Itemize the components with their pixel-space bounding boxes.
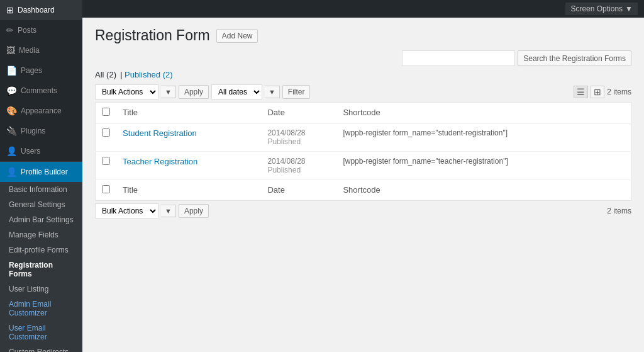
row1-shortcode-cell: [wppb-register form_name="student-regist… bbox=[336, 123, 631, 152]
comments-icon: 💬 bbox=[6, 86, 17, 96]
sidebar-item-appearance[interactable]: 🎨 Appearance bbox=[0, 101, 82, 121]
search-input[interactable] bbox=[402, 50, 515, 66]
sidebar-submenu-manage-fields[interactable]: Manage Fields bbox=[0, 227, 82, 242]
sidebar-submenu-custom-redirects[interactable]: Custom Redirects bbox=[0, 344, 82, 352]
th-shortcode: Shortcode bbox=[336, 103, 631, 123]
row1-status: Published bbox=[267, 137, 301, 146]
screen-options-arrow-icon: ▼ bbox=[625, 4, 633, 13]
toolbar-bottom: Bulk Actions ▼ Apply 2 items bbox=[95, 203, 631, 219]
row2-date-cell: 2014/08/28 Published bbox=[261, 152, 336, 180]
sidebar-submenu: Basic Information General Settings Admin… bbox=[0, 182, 82, 352]
th-title: Title bbox=[116, 103, 261, 123]
sidebar-item-label: Dashboard bbox=[18, 6, 55, 14]
screen-options-label: Screen Options bbox=[570, 4, 623, 13]
pages-icon: 📄 bbox=[6, 65, 17, 76]
sidebar-item-label: Pages bbox=[21, 66, 42, 75]
screen-options-button[interactable]: Screen Options ▼ bbox=[565, 3, 638, 15]
tfoot-title: Title bbox=[116, 180, 261, 201]
select-all-checkbox-top[interactable] bbox=[102, 108, 110, 116]
search-row: Search the Registration Forms bbox=[95, 50, 631, 66]
row2-checkbox[interactable] bbox=[102, 157, 110, 165]
sidebar-submenu-user-email-customizer[interactable]: User Email Customizer bbox=[0, 321, 82, 344]
sidebar-item-label: Media bbox=[19, 46, 40, 55]
bulk-actions-select-bottom[interactable]: Bulk Actions bbox=[95, 203, 158, 219]
row2-date: 2014/08/28 bbox=[267, 157, 305, 166]
main-content: Screen Options ▼ Registration Form Add N… bbox=[82, 0, 644, 352]
profile-builder-label: Profile Builder bbox=[21, 167, 68, 176]
th-checkbox bbox=[96, 103, 117, 123]
page-title: Registration Form bbox=[95, 27, 210, 44]
search-button[interactable]: Search the Registration Forms bbox=[518, 50, 631, 66]
toolbar-top: Bulk Actions ▼ Apply All dates ▼ Filter … bbox=[95, 84, 631, 99]
row1-date-cell: 2014/08/28 Published bbox=[261, 123, 336, 152]
sidebar-submenu-user-listing[interactable]: User Listing bbox=[0, 281, 82, 297]
topbar: Screen Options ▼ bbox=[82, 0, 644, 18]
apply-button-top[interactable]: Apply bbox=[179, 85, 209, 99]
bulk-actions-dropdown-bottom[interactable]: ▼ bbox=[161, 205, 176, 217]
row2-shortcode-cell: [wppb-register form_name="teacher-regist… bbox=[336, 152, 631, 180]
sidebar-item-dashboard[interactable]: ⊞ Dashboard bbox=[0, 0, 82, 20]
row2-title-cell: Teacher Registration bbox=[116, 152, 261, 180]
filter-button[interactable]: Filter bbox=[282, 85, 311, 99]
table-row: Student Registration 2014/08/28 Publishe… bbox=[96, 123, 631, 152]
tfoot-checkbox bbox=[96, 180, 117, 201]
page-title-row: Registration Form Add New bbox=[95, 27, 631, 44]
sidebar-submenu-edit-profile-forms[interactable]: Edit-profile Forms bbox=[0, 242, 82, 258]
sidebar-submenu-basic-information[interactable]: Basic Information bbox=[0, 182, 82, 197]
sidebar-item-media[interactable]: 🖼 Media bbox=[0, 40, 82, 60]
sidebar-submenu-general-settings[interactable]: General Settings bbox=[0, 197, 82, 212]
row1-shortcode: [wppb-register form_name="student-regist… bbox=[343, 128, 508, 137]
sidebar-item-plugins[interactable]: 🔌 Plugins bbox=[0, 121, 82, 141]
row1-title-cell: Student Registration bbox=[116, 123, 261, 152]
media-icon: 🖼 bbox=[6, 45, 15, 55]
users-icon: 👤 bbox=[6, 146, 17, 156]
bulk-actions-dropdown-top[interactable]: ▼ bbox=[161, 86, 176, 98]
forms-table: Title Date Shortcode Student Registratio… bbox=[95, 102, 631, 201]
items-count-bottom: 2 items bbox=[607, 207, 631, 215]
sidebar-item-comments[interactable]: 💬 Comments bbox=[0, 81, 82, 101]
sidebar-item-profile-builder[interactable]: 👤 Profile Builder bbox=[0, 162, 82, 182]
filters-bar: All (2) | Published (2) bbox=[95, 70, 631, 79]
tfoot-shortcode: Shortcode bbox=[336, 180, 631, 201]
apply-button-bottom[interactable]: Apply bbox=[179, 204, 209, 218]
row2-shortcode: [wppb-register form_name="teacher-regist… bbox=[343, 157, 508, 166]
items-count-top: 2 items bbox=[607, 88, 631, 96]
sidebar-submenu-admin-bar-settings[interactable]: Admin Bar Settings bbox=[0, 212, 82, 227]
grid-view-button[interactable]: ⊞ bbox=[591, 86, 604, 98]
th-date: Date bbox=[261, 103, 336, 123]
row2-status: Published bbox=[267, 166, 301, 174]
toolbar-right: ☰ ⊞ 2 items bbox=[574, 86, 631, 98]
sidebar-item-label: Comments bbox=[21, 86, 57, 95]
row1-title-link[interactable]: Student Registration bbox=[123, 128, 197, 138]
profile-builder-icon: 👤 bbox=[6, 167, 17, 177]
plugins-icon: 🔌 bbox=[6, 126, 17, 136]
select-all-checkbox-bottom[interactable] bbox=[102, 185, 110, 193]
row1-checkbox[interactable] bbox=[102, 128, 110, 137]
list-view-button[interactable]: ☰ bbox=[574, 86, 588, 98]
content-area: Registration Form Add New Search the Reg… bbox=[82, 18, 644, 352]
sidebar-item-posts[interactable]: ✏ Posts bbox=[0, 20, 82, 40]
table-row: Teacher Registration 2014/08/28 Publishe… bbox=[96, 152, 631, 180]
bulk-actions-select-top[interactable]: Bulk Actions bbox=[95, 84, 158, 99]
sidebar-item-label: Posts bbox=[18, 26, 36, 35]
filter-published[interactable]: Published (2) bbox=[125, 70, 173, 79]
table-footer-row: Title Date Shortcode bbox=[96, 180, 631, 201]
sidebar-item-pages[interactable]: 📄 Pages bbox=[0, 60, 82, 81]
sidebar-submenu-registration-forms[interactable]: Registration Forms bbox=[0, 258, 82, 281]
row2-checkbox-cell bbox=[96, 152, 117, 180]
dates-select[interactable]: All dates bbox=[211, 84, 262, 99]
dates-dropdown-button[interactable]: ▼ bbox=[265, 86, 280, 98]
appearance-icon: 🎨 bbox=[6, 106, 17, 116]
sidebar-item-label: Appearance bbox=[21, 106, 62, 115]
sidebar-item-users[interactable]: 👤 Users bbox=[0, 141, 82, 161]
sidebar: ⊞ Dashboard ✏ Posts 🖼 Media 📄 Pages 💬 Co… bbox=[0, 0, 82, 352]
table-header-row: Title Date Shortcode bbox=[96, 103, 631, 123]
sidebar-item-label: Users bbox=[21, 147, 40, 156]
sidebar-submenu-admin-email-customizer[interactable]: Admin Email Customizer bbox=[0, 297, 82, 321]
row2-title-link[interactable]: Teacher Registration bbox=[123, 157, 197, 166]
row1-checkbox-cell bbox=[96, 123, 117, 152]
posts-icon: ✏ bbox=[6, 25, 14, 35]
add-new-button[interactable]: Add New bbox=[216, 29, 258, 43]
filter-all[interactable]: All (2) bbox=[95, 70, 116, 79]
dashboard-icon: ⊞ bbox=[6, 5, 14, 15]
